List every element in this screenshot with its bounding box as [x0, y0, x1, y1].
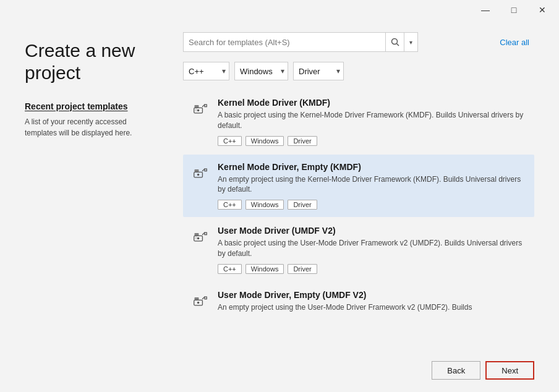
- tag-cpp: C++: [218, 264, 242, 274]
- platform-filter-wrapper: Windows Linux macOS: [234, 62, 288, 80]
- svg-point-0: [391, 39, 397, 45]
- template-tags: C++ Windows Driver: [218, 264, 527, 274]
- close-button[interactable]: ✕: [528, 1, 557, 19]
- template-name: Kernel Mode Driver (KMDF): [218, 98, 527, 108]
- title-bar-buttons: — □ ✕: [471, 1, 557, 19]
- recent-description: A list of your recently accessed templat…: [25, 116, 153, 138]
- template-description: A basic project using the Kernel-Mode Dr…: [218, 110, 527, 131]
- left-panel: Create a new project Recent project temp…: [0, 20, 173, 351]
- template-item[interactable]: Kernel Mode Driver (KMDF) A basic projec…: [183, 90, 534, 153]
- template-tags: C++ Windows Driver: [218, 200, 527, 210]
- maximize-button[interactable]: □: [500, 1, 528, 19]
- svg-rect-6: [195, 108, 197, 111]
- template-info: User Mode Driver, Empty (UMDF V2) An emp…: [218, 290, 527, 318]
- svg-point-8: [197, 173, 199, 175]
- next-button[interactable]: Next: [485, 361, 534, 380]
- minimize-button[interactable]: —: [471, 1, 500, 19]
- title-bar: — □ ✕: [0, 0, 559, 20]
- template-info: Kernel Mode Driver (KMDF) A basic projec…: [218, 98, 527, 146]
- clear-all-button[interactable]: Clear all: [495, 38, 534, 47]
- page-title: Create a new project: [25, 40, 153, 84]
- tag-driver: Driver: [288, 136, 317, 146]
- back-button[interactable]: Back: [432, 361, 480, 380]
- template-icon: [190, 227, 210, 247]
- template-tags: C++ Windows Driver: [218, 136, 527, 146]
- svg-rect-15: [195, 236, 197, 239]
- template-item[interactable]: User Mode Driver, Empty (UMDF V2) An emp…: [183, 283, 534, 325]
- platform-filter[interactable]: Windows Linux macOS: [234, 62, 288, 80]
- svg-rect-13: [195, 233, 199, 236]
- template-info: User Mode Driver (UMDF V2) A basic proje…: [218, 226, 527, 274]
- tag-windows: Windows: [245, 200, 284, 210]
- svg-rect-18: [195, 297, 199, 300]
- tag-windows: Windows: [245, 264, 284, 274]
- svg-rect-9: [195, 169, 199, 172]
- template-name: Kernel Mode Driver, Empty (KMDF): [218, 162, 527, 172]
- template-item[interactable]: Kernel Mode Driver, Empty (KMDF) An empt…: [183, 155, 534, 218]
- svg-rect-4: [195, 105, 199, 108]
- template-name: User Mode Driver (UMDF V2): [218, 226, 527, 236]
- filter-row: C++ C# Python Windows Linux macOS Driver: [183, 62, 534, 80]
- search-input[interactable]: [184, 33, 385, 51]
- search-button[interactable]: [385, 32, 404, 52]
- language-filter-wrapper: C++ C# Python: [183, 62, 229, 80]
- template-icon: [190, 99, 210, 119]
- template-icon: [190, 291, 210, 311]
- template-item[interactable]: User Mode Driver (UMDF V2) A basic proje…: [183, 218, 534, 281]
- window: — □ ✕ Create a new project Recent projec…: [0, 0, 559, 392]
- tag-cpp: C++: [218, 200, 242, 210]
- templates-list: Kernel Mode Driver (KMDF) A basic projec…: [183, 90, 534, 339]
- type-filter-wrapper: Driver Library Console: [293, 62, 344, 80]
- template-description: An empty project using the Kernel-Mode D…: [218, 174, 527, 195]
- template-description: An empty project using the User-Mode Dri…: [218, 302, 527, 313]
- recent-section-title: Recent project templates: [25, 101, 153, 111]
- tag-driver: Driver: [288, 264, 317, 274]
- search-container: ▾: [183, 32, 418, 52]
- tag-cpp: C++: [218, 136, 242, 146]
- template-icon: [190, 163, 210, 183]
- bottom-bar: Back Next: [0, 351, 559, 392]
- main-content: Create a new project Recent project temp…: [0, 20, 559, 351]
- svg-line-1: [396, 44, 399, 46]
- template-description: A basic project using the User-Mode Driv…: [218, 238, 527, 259]
- type-filter[interactable]: Driver Library Console: [293, 62, 344, 80]
- search-dropdown-button[interactable]: ▾: [404, 32, 417, 52]
- template-info: Kernel Mode Driver, Empty (KMDF) An empt…: [218, 162, 527, 210]
- template-name: User Mode Driver, Empty (UMDF V2): [218, 290, 527, 300]
- tag-driver: Driver: [288, 200, 317, 210]
- svg-point-17: [197, 302, 199, 304]
- svg-point-12: [197, 237, 199, 239]
- tag-windows: Windows: [245, 136, 284, 146]
- language-filter[interactable]: C++ C# Python: [183, 62, 229, 80]
- right-panel: ▾ Clear all C++ C# Python Windows Linux: [173, 20, 559, 351]
- search-row: ▾ Clear all: [183, 32, 534, 52]
- svg-point-3: [197, 109, 199, 111]
